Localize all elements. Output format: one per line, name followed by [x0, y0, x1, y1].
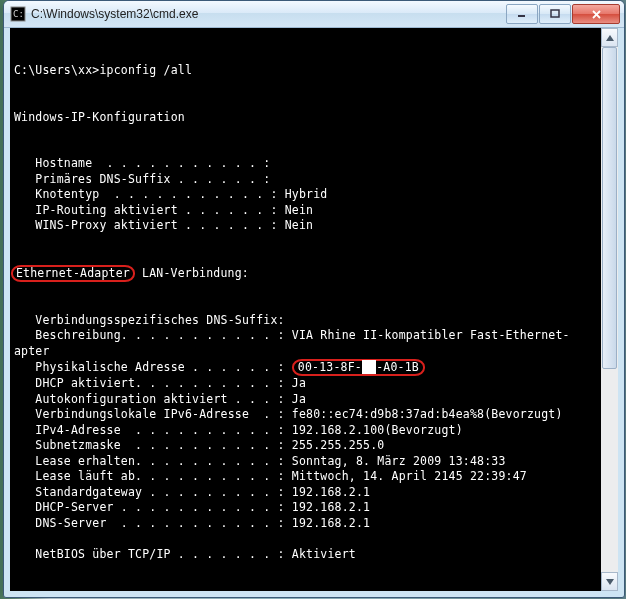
titlebar[interactable]: C: C:\Windows\system32\cmd.exe [4, 1, 624, 28]
cmd-window: C: C:\Windows\system32\cmd.exe C:\Users\… [3, 0, 625, 598]
host-iprouting: IP-Routing aktiviert . . . . . . : Nein [14, 203, 313, 217]
maximize-button[interactable] [539, 4, 571, 24]
redacted-mac-part: XX [362, 360, 376, 374]
eth-blank-line [14, 531, 21, 545]
eth-lease-expires: Lease läuft ab. . . . . . . . . . : Mitt… [14, 469, 527, 483]
eth-autoconf: Autokonfiguration aktiviert . . . : Ja [14, 392, 306, 406]
minimize-button[interactable] [506, 4, 538, 24]
terminal-output[interactable]: C:\Users\xx>ipconfig /all Windows-IP-Kon… [10, 28, 608, 591]
eth-gateway: Standardgateway . . . . . . . . . : 192.… [14, 485, 370, 499]
scroll-down-button[interactable] [601, 572, 618, 591]
eth-subnet: Subnetzmaske . . . . . . . . . . : 255.2… [14, 438, 384, 452]
eth-physical-address: Physikalische Adresse . . . . . . : 00-1… [14, 360, 425, 374]
scroll-thumb[interactable] [602, 47, 617, 369]
host-nodetype: Knotentyp . . . . . . . . . . . : Hybrid [14, 187, 327, 201]
eth-netbios: NetBIOS über TCP/IP . . . . . . . : Akti… [14, 547, 356, 561]
prompt-line: C:\Users\xx>ipconfig /all [14, 63, 192, 77]
scroll-track[interactable] [601, 47, 618, 572]
highlight-mac-address: 00-13-8F-XX-A0-1B [292, 359, 425, 376]
terminal-client: C:\Users\xx>ipconfig /all Windows-IP-Kon… [10, 28, 618, 591]
eth-description-wrap: apter [14, 344, 50, 358]
highlight-ethernet-adapter: Ethernet-Adapter [11, 265, 135, 282]
host-dns-suffix: Primäres DNS-Suffix . . . . . . : [14, 172, 278, 186]
eth-ipv6ll: Verbindungslokale IPv6-Adresse . : fe80:… [14, 407, 563, 421]
svg-text:C:: C: [13, 9, 24, 19]
eth-description: Beschreibung. . . . . . . . . . . : VIA … [14, 328, 570, 342]
svg-marker-6 [606, 35, 614, 41]
window-buttons [505, 4, 620, 24]
eth-lease-obtained: Lease erhalten. . . . . . . . . . : Sonn… [14, 454, 506, 468]
host-winsproxy: WINS-Proxy aktiviert . . . . . . : Nein [14, 218, 313, 232]
vertical-scrollbar [601, 28, 618, 591]
svg-marker-7 [606, 579, 614, 585]
svg-rect-3 [551, 10, 559, 17]
close-button[interactable] [572, 4, 620, 24]
eth-dns-suffix: Verbindungsspezifisches DNS-Suffix: [14, 313, 292, 327]
eth-ipv4: IPv4-Adresse . . . . . . . . . . : 192.1… [14, 423, 463, 437]
eth-dns-server: DNS-Server . . . . . . . . . . . : 192.1… [14, 516, 370, 530]
window-title: C:\Windows\system32\cmd.exe [31, 7, 505, 21]
scroll-up-button[interactable] [601, 28, 618, 47]
ipconfig-header: Windows-IP-Konfiguration [14, 110, 185, 124]
cmd-icon: C: [10, 6, 26, 22]
host-hostname: Hostname . . . . . . . . . . . : [14, 156, 278, 170]
eth-heading: Ethernet-Adapter LAN-Verbindung: [14, 266, 249, 280]
eth-dhcp: DHCP aktiviert. . . . . . . . . . : Ja [14, 376, 306, 390]
eth-dhcp-server: DHCP-Server . . . . . . . . . . . : 192.… [14, 500, 370, 514]
